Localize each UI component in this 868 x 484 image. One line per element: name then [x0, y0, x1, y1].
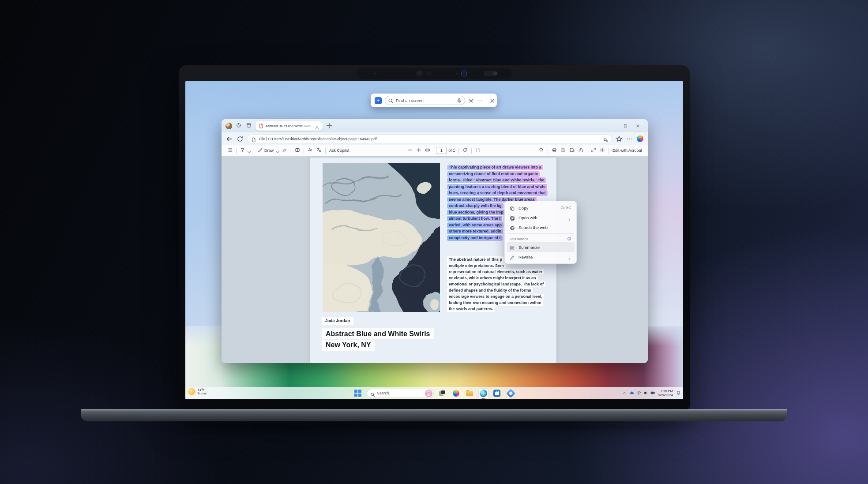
sensor-dot: [375, 73, 376, 74]
fullscreen-icon[interactable]: [589, 146, 598, 155]
taskbar-clock[interactable]: 2:30 PM 9/24/2024: [658, 389, 673, 397]
paragraph-text-line[interactable]: the swirls and patterns.: [447, 306, 495, 312]
battery-icon[interactable]: [650, 389, 655, 397]
mic-icon[interactable]: [456, 98, 462, 103]
translate-icon[interactable]: [315, 146, 323, 155]
menu-item-rewrite[interactable]: Rewrite: [507, 252, 575, 262]
ctd-settings-icon[interactable]: [468, 98, 474, 103]
edge-app-button[interactable]: [478, 388, 488, 398]
minimize-button[interactable]: [607, 121, 619, 130]
onedrive-icon[interactable]: [629, 389, 634, 397]
start-button[interactable]: [353, 388, 363, 398]
profile-avatar[interactable]: [225, 123, 232, 129]
ctd-close-icon[interactable]: [489, 98, 495, 103]
task-view-button[interactable]: [437, 388, 447, 398]
refresh-button[interactable]: [237, 135, 244, 143]
pdf-toolbar: Draw Ask Copilot of 1: [222, 145, 648, 156]
close-button[interactable]: [631, 121, 644, 130]
maximize-button[interactable]: [619, 121, 631, 130]
taskbar-search-input[interactable]: [377, 391, 423, 395]
highlighter-icon[interactable]: [238, 146, 252, 155]
table-of-contents-icon[interactable]: [225, 146, 234, 155]
tab-close-icon[interactable]: [315, 124, 319, 128]
favorites-star-icon[interactable]: [603, 136, 608, 142]
ambient-sensor: [503, 70, 510, 77]
back-button[interactable]: [226, 135, 233, 143]
find-on-screen-bar: [371, 94, 497, 107]
menu-item-summarize[interactable]: Summarize: [507, 242, 575, 252]
paragraph-text-line[interactable]: finding their own meaning and connection…: [447, 300, 543, 306]
collections-icon[interactable]: [616, 135, 623, 143]
print-icon[interactable]: [550, 146, 559, 155]
selected-text-line[interactable]: painting features a swirling blend of bl…: [447, 184, 547, 190]
rotate-icon[interactable]: [461, 146, 470, 155]
find-on-screen-input[interactable]: [396, 98, 454, 103]
file-explorer-button[interactable]: [465, 388, 475, 398]
store-app-button[interactable]: [492, 388, 502, 398]
ask-copilot-button[interactable]: Ask Copilot: [327, 146, 351, 155]
copilot-app-button[interactable]: [451, 388, 461, 398]
paragraph-text-line[interactable]: multiple interpretations. Som: [447, 263, 506, 268]
taskbar-search[interactable]: [367, 389, 434, 398]
paragraph-text-line[interactable]: representation of natural elements, such…: [447, 269, 544, 274]
paragraph-text-line[interactable]: emotional or psychological landscape. Th…: [447, 281, 545, 287]
info-icon[interactable]: [567, 236, 571, 241]
eraser-icon[interactable]: [280, 146, 289, 155]
selected-text-line[interactable]: others more textured, addin: [447, 229, 503, 234]
save-as-icon[interactable]: [567, 146, 576, 155]
hidden-icons-chevron[interactable]: [622, 389, 627, 397]
paragraph-text-line[interactable]: defined shapes and the fluidity of the f…: [447, 287, 533, 293]
save-icon[interactable]: [559, 146, 567, 155]
ctd-more-icon[interactable]: [477, 98, 483, 103]
zoom-in-icon[interactable]: [414, 146, 423, 155]
edge-window: Abstract Blues and White Swirls by: [222, 119, 648, 363]
fit-width-icon[interactable]: [423, 146, 432, 155]
tab-strip: Abstract Blues and White Swirls by: [222, 119, 648, 132]
draw-button[interactable]: Draw: [256, 146, 280, 155]
weather-widget[interactable]: 71°F Sunny: [188, 388, 207, 396]
paragraph-text-line[interactable]: encourage viewers to engage on a persona…: [447, 294, 544, 300]
selected-text-line[interactable]: blue sections, giving the imp: [447, 210, 505, 215]
artwork-title: Abstract Blue and White Swirls: [322, 328, 434, 339]
selected-text-line[interactable]: hues, creating a sense of depth and move…: [447, 190, 548, 196]
wifi-icon[interactable]: [636, 389, 641, 397]
new-tab-button[interactable]: [326, 122, 333, 129]
selected-text-line[interactable]: mesmerizing dance of fluid motion and or…: [447, 171, 540, 177]
browser-tab[interactable]: Abstract Blues and White Swirls by: [256, 121, 323, 131]
menu-item-open-with[interactable]: Open with: [507, 213, 575, 222]
menu-item-copy[interactable]: CopyCtrl+C: [507, 203, 575, 213]
selected-text-line[interactable]: varied, with some areas app: [447, 222, 504, 228]
notification-bell-icon[interactable]: [676, 389, 681, 397]
loop-app-button[interactable]: [506, 388, 516, 398]
page-view-icon[interactable]: [293, 146, 302, 155]
selected-text-line[interactable]: contrast sharply with the lig: [447, 203, 504, 209]
menu-shortcut: Ctrl+C: [561, 206, 571, 210]
volume-icon[interactable]: [643, 389, 648, 397]
share-icon[interactable]: [576, 146, 585, 155]
copilot-icon[interactable]: [637, 135, 643, 142]
pdf-viewer: This captivating piece of art draws view…: [222, 156, 648, 363]
zoom-out-icon[interactable]: [406, 146, 414, 155]
search-icon: [370, 391, 375, 396]
workspaces-icon[interactable]: [235, 122, 242, 129]
menu-item-search-the-web[interactable]: Search the web: [507, 222, 575, 232]
find-search-field[interactable]: [385, 96, 465, 105]
artwork-image: [323, 163, 440, 312]
paragraph-text-line[interactable]: or clouds, while others might interpret …: [447, 275, 538, 281]
browser-more-icon[interactable]: [626, 135, 633, 143]
search-document-icon[interactable]: [537, 146, 546, 155]
tab-actions-icon[interactable]: [245, 122, 252, 129]
sensor-dot: [456, 73, 458, 74]
read-aloud-icon[interactable]: [306, 146, 315, 155]
url-field[interactable]: File | C:Users/Onedrive/Arthistorycollec…: [247, 134, 612, 143]
paragraph-text-line[interactable]: The abstract nature of this p: [447, 256, 504, 262]
edit-with-acrobat-button[interactable]: Edit with Acrobat: [611, 146, 644, 155]
selected-text-line[interactable]: forms. Titled "Abstract Blue and White S…: [447, 177, 546, 183]
selected-text-line[interactable]: complexity and intrigue of t: [447, 235, 503, 241]
selected-text-line[interactable]: almost turbulent flow. The t: [447, 216, 502, 221]
selected-text-line[interactable]: This captivating piece of art draws view…: [447, 165, 543, 170]
artwork-location: New York, NY: [322, 340, 375, 351]
page-thumbnail-icon[interactable]: [473, 146, 482, 155]
pdf-settings-icon[interactable]: [598, 146, 607, 155]
page-number-input[interactable]: [436, 147, 447, 154]
